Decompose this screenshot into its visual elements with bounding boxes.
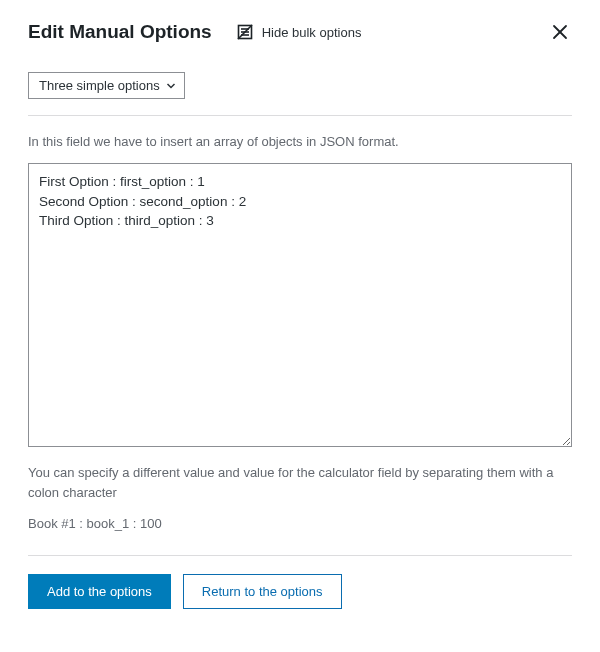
options-textarea[interactable] [28, 163, 572, 447]
return-to-options-button[interactable]: Return to the options [183, 574, 342, 609]
help-example: Book #1 : book_1 : 100 [28, 516, 572, 531]
template-dropdown[interactable]: Three simple options [28, 72, 185, 99]
modal-title: Edit Manual Options [28, 21, 212, 43]
header-left: Edit Manual Options Hide bulk options [28, 21, 361, 43]
close-icon [550, 22, 570, 42]
dropdown-row: Three simple options [28, 72, 572, 99]
slash-square-icon [236, 23, 254, 41]
add-to-options-button[interactable]: Add to the options [28, 574, 171, 609]
chevron-down-icon [166, 81, 176, 91]
help-text-below: You can specify a different value and va… [28, 463, 572, 502]
divider [28, 115, 572, 116]
hide-bulk-label: Hide bulk options [262, 25, 362, 40]
modal-header: Edit Manual Options Hide bulk options [28, 20, 572, 44]
modal-footer: Add to the options Return to the options [28, 574, 572, 609]
close-button[interactable] [548, 20, 572, 44]
divider [28, 555, 572, 556]
hide-bulk-toggle[interactable]: Hide bulk options [236, 23, 362, 41]
dropdown-selected-label: Three simple options [39, 78, 160, 93]
help-text-above: In this field we have to insert an array… [28, 134, 572, 149]
